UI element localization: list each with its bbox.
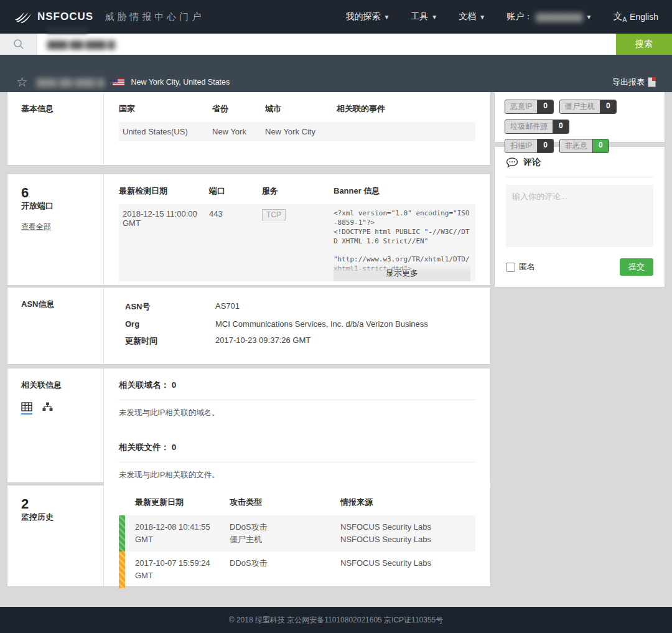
open-ports-rail: 6 开放端口 查看全部 [7,174,104,285]
open-ports-table: 最新检测日期 端口 服务 Banner 信息 2018-12-15 11:00:… [119,185,475,281]
badge-label: 扫描IP [505,139,538,152]
related-view-toggles [21,402,103,415]
asn-number-value: AS701 [215,301,240,312]
search-button[interactable]: 搜索 [616,34,672,55]
column-header: 最新更新日期 [135,497,230,508]
badge-count: 0 [538,139,553,152]
us-flag-icon [113,78,124,86]
nav-item-my-exploration[interactable]: 我的探索 ▼ [345,11,390,22]
badge-row: 恶意IP 0 僵尸主机 0 垃圾邮件源 0 [505,100,655,134]
badge-label: 僵尸主机 [560,100,600,113]
page-footer: © 2018 绿盟科技 京公网安备11010802021605 京ICP证110… [0,607,672,633]
history-attack-types: DDoS攻击 僵尸主机 [230,521,340,546]
favorite-star-icon[interactable]: ☆ [16,75,28,88]
events-cell [337,122,475,141]
history-rail: 2 监控历史 [7,485,104,586]
ip-header-band: ☆ ▇▇▇.▇▇.▇▇▇.▇ New York City, United Sta… [0,55,672,92]
banner-cell: <?xml version="1.0" encoding="ISO-8859-1… [334,204,475,281]
show-more-button[interactable]: 显示更多 [334,263,470,281]
history-row: 2018-12-08 10:41:55 GMT DDoS攻击 僵尸主机 NSFO… [119,515,475,551]
column-header: 攻击类型 [230,497,340,508]
ip-location: New York City, United States [131,78,230,87]
graph-view-button[interactable] [42,402,53,411]
anonymous-checkbox[interactable] [506,263,515,272]
report-file-icon [648,77,656,87]
page: NSFOCUS 威胁情报中心门户 我的探索 ▼ 工具 ▼ 文档 ▼ 账户： ▇▇… [0,0,672,633]
history-row-cells: 2018-12-08 10:41:55 GMT DDoS攻击 僵尸主机 NSFO… [125,515,475,551]
open-ports-card: 6 开放端口 查看全部 最新检测日期 端口 服务 Banner 信息 2018-… [7,174,490,285]
monitor-history-card: 2 监控历史 最新更新日期 攻击类型 情报来源 2018-12-08 10:41… [7,485,490,586]
section-title: 相关联信息 [21,380,103,391]
asn-content: ASN号 AS701 Org MCI Communications Servic… [104,288,490,364]
export-report-label: 导出报表 [612,77,645,88]
nav-item-label: 文档 [459,11,476,22]
divider [119,400,475,400]
main-content: 基本信息 国家 省份 城市 相关联的事件 United States(US) N… [0,92,672,607]
comment-input[interactable] [506,185,653,247]
section-title: 监控历史 [21,512,103,523]
account-label: 账户： [506,11,533,22]
view-all-link[interactable]: 查看全部 [21,222,51,232]
severity-bar-orange [119,551,125,588]
asn-row: ASN号 AS701 [125,301,475,312]
province-cell: New York [212,122,265,141]
column-header: 省份 [212,103,265,122]
search-input[interactable]: ▇▇▇.▇▇.▇▇▇.▇ [37,34,616,55]
column-header: Banner 信息 [334,185,475,204]
export-report-button[interactable]: 导出报表 [612,77,656,88]
translate-icon: 文A [613,11,627,23]
history-count: 2 [21,497,103,512]
column-header: 国家 [119,103,212,122]
service-tag: TCP [262,209,286,220]
badge-scanner-ip: 扫描IP 0 [505,139,554,153]
active-tab-indicator [21,413,32,415]
divider [119,462,475,462]
table-row: 2018-12-15 11:00:00 GMT 443 TCP <?xml ve… [119,204,475,281]
detect-date-cell: 2018-12-15 11:00:00 GMT [119,204,209,281]
chevron-down-icon: ▼ [383,14,390,21]
comments-title: 评论 [523,157,541,168]
port-cell: 443 [209,204,262,281]
basic-info-table: 国家 省份 城市 相关联的事件 United States(US) New Yo… [119,103,475,141]
nav-item-tools[interactable]: 工具 ▼ [411,11,437,22]
nav-item-label: 工具 [411,11,428,22]
related-domains-block: 相关联域名： 0 未发现与此IP相关联的域名。 [104,368,490,431]
related-info-card: 相关联信息 [7,368,490,482]
anonymous-label: 匿名 [519,261,535,273]
chevron-down-icon: ▼ [431,14,437,21]
asn-org-label: Org [125,319,215,329]
nav-item-account[interactable]: 账户： ▇▇▇▇▇▇▇ ▼ [506,11,592,22]
right-column: 恶意IP 0 僵尸主机 0 垃圾邮件源 0 扫描IP 0 [495,92,665,287]
section-title: 开放端口 [21,200,103,212]
brand[interactable]: NSFOCUS 威胁情报中心门户 [14,10,204,24]
badge-count: 0 [593,139,609,152]
column-header: 端口 [209,185,262,204]
nav-menu: 我的探索 ▼ 工具 ▼ 文档 ▼ 账户： ▇▇▇▇▇▇▇ ▼ 文A Englis… [345,11,658,23]
badge-label: 垃圾邮件源 [505,120,553,133]
badge-label: 恶意IP [505,100,538,113]
language-switcher[interactable]: 文A English [613,11,658,23]
related-content: 相关联域名： 0 未发现与此IP相关联的域名。 相关联文件： 0 未发现与此IP… [104,368,490,482]
history-header-row: 最新更新日期 攻击类型 情报来源 [119,497,475,508]
comment-bubble-icon [506,157,518,168]
language-label: English [630,12,658,22]
section-title: 基本信息 [21,103,103,115]
nsfocus-logo-icon [14,10,32,24]
badge-botnet-host: 僵尸主机 0 [559,100,617,114]
history-sources: NSFOCUS Security Labs [340,557,475,582]
city-cell: New York City [265,122,337,141]
search-icon-box [0,34,37,55]
related-rail: 相关联信息 [7,368,104,482]
table-view-button[interactable] [21,402,32,415]
chevron-down-icon: ▼ [586,14,592,21]
nav-item-docs[interactable]: 文档 ▼ [459,11,485,22]
history-date: 2017-10-07 15:59:24 GMT [135,557,230,582]
history-row-cells: 2017-10-07 15:59:24 GMT DDoS攻击 NSFOCUS S… [125,551,475,588]
sitemap-icon [42,402,53,411]
column-header: 城市 [265,103,337,122]
column-header: 情报来源 [340,497,475,508]
asn-rail: ASN信息 [7,288,104,364]
ip-address-redacted: ▇▇▇.▇▇.▇▇▇.▇ [37,77,105,87]
submit-comment-button[interactable]: 提交 [620,258,653,276]
asn-row: 更新时间 2017-10-23 09:37:26 GMT [125,335,475,347]
